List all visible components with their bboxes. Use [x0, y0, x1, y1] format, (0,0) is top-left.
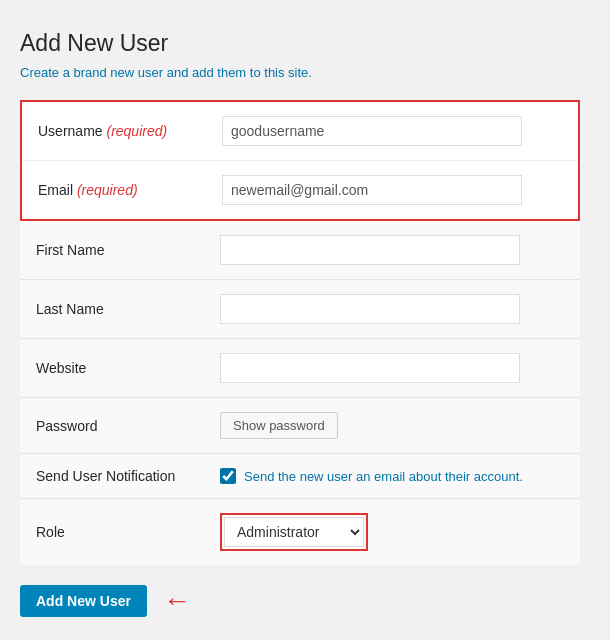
page-title: Add New User [20, 30, 580, 57]
page-subtitle: Create a brand new user and add them to … [20, 65, 580, 80]
email-label: Email (required) [38, 182, 222, 198]
username-row: Username (required) [22, 102, 578, 161]
arrow-icon: ← [163, 587, 191, 615]
password-label: Password [36, 418, 220, 434]
password-row: Password Show password [20, 398, 580, 454]
show-password-button[interactable]: Show password [220, 412, 338, 439]
other-fields: First Name Last Name Website Password Sh… [20, 221, 580, 565]
notification-row: Send User Notification Send the new user… [20, 454, 580, 499]
last-name-input[interactable] [220, 294, 520, 324]
username-label: Username (required) [38, 123, 222, 139]
first-name-row: First Name [20, 221, 580, 280]
role-select[interactable]: Subscriber Contributor Author Editor Adm… [224, 517, 364, 547]
first-name-input[interactable] [220, 235, 520, 265]
website-label: Website [36, 360, 220, 376]
notification-checkbox[interactable] [220, 468, 236, 484]
notification-content: Send the new user an email about their a… [220, 468, 523, 484]
notification-label: Send User Notification [36, 468, 220, 484]
website-row: Website [20, 339, 580, 398]
notification-text: Send the new user an email about their a… [244, 469, 523, 484]
first-name-label: First Name [36, 242, 220, 258]
page-container: Add New User Create a brand new user and… [0, 0, 610, 640]
email-input[interactable] [222, 175, 522, 205]
role-label: Role [36, 524, 220, 540]
username-input[interactable] [222, 116, 522, 146]
email-required-marker: (required) [77, 182, 138, 198]
email-row: Email (required) [22, 161, 578, 219]
submit-section: Add New User ← [20, 585, 580, 617]
role-wrapper: Subscriber Contributor Author Editor Adm… [220, 513, 368, 551]
username-required-marker: (required) [106, 123, 167, 139]
last-name-row: Last Name [20, 280, 580, 339]
website-input[interactable] [220, 353, 520, 383]
required-section: Username (required) Email (required) [20, 100, 580, 221]
last-name-label: Last Name [36, 301, 220, 317]
role-row: Role Subscriber Contributor Author Edito… [20, 499, 580, 565]
add-user-button[interactable]: Add New User [20, 585, 147, 617]
